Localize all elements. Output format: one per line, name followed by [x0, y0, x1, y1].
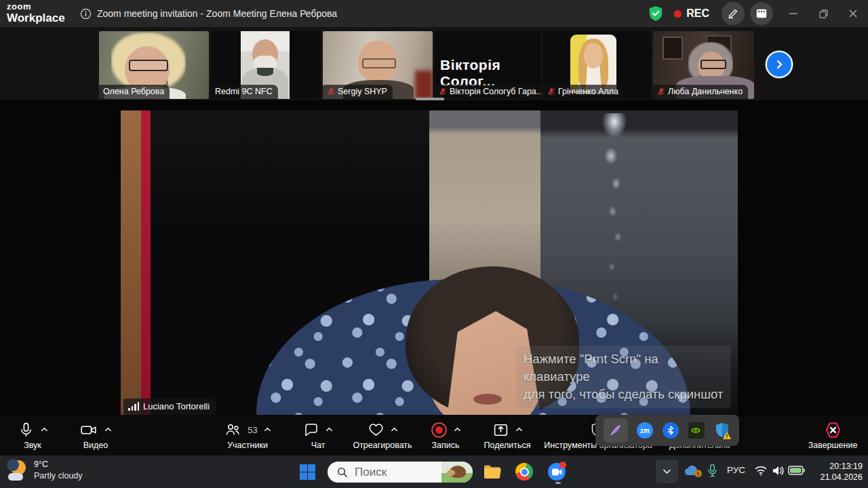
feather-pen-icon	[608, 423, 623, 438]
participants-options-chevron[interactable]	[264, 427, 271, 432]
end-meeting-button[interactable]: Завершение	[802, 415, 864, 455]
video-button[interactable]: Видео	[66, 415, 125, 455]
participant-tile[interactable]: Redmi 9C NFC	[211, 31, 321, 99]
chevron-right-icon	[774, 59, 785, 70]
battery-icon	[788, 466, 805, 475]
window-titlebar: zoom Workplace Zoom meeting invitation -…	[0, 0, 868, 27]
partly-cloudy-night-icon	[7, 459, 28, 482]
wifi-tray-button[interactable]	[754, 466, 768, 476]
chrome-button[interactable]	[514, 462, 534, 482]
meeting-toolbar: Звук Видео 53 Участники	[0, 415, 868, 455]
recording-indicator: REC	[674, 7, 709, 20]
info-icon[interactable]	[80, 8, 92, 20]
security-shield-icon[interactable]	[648, 5, 663, 22]
close-button[interactable]	[838, 0, 868, 27]
muted-mic-icon	[327, 87, 335, 96]
participant-name-badge: Вікторія Сологуб Гара...	[435, 85, 541, 99]
participant-tile[interactable]: Грінченко Алла	[543, 31, 651, 99]
tray-item-defender[interactable]	[713, 422, 731, 439]
participant-filmstrip: Олена Реброва Redmi 9C NFC Sergiy SHYP В…	[0, 27, 868, 100]
microphone-tray-icon	[707, 464, 718, 478]
search-icon	[337, 467, 348, 478]
record-options-chevron[interactable]	[454, 427, 461, 432]
record-button[interactable]: Запись	[416, 415, 475, 455]
audio-options-chevron[interactable]	[41, 427, 48, 432]
video-options-chevron[interactable]	[104, 427, 112, 432]
zoom-app-button[interactable]	[547, 462, 567, 482]
annotate-button[interactable]	[722, 2, 745, 25]
react-options-chevron[interactable]	[391, 427, 398, 432]
tray-overflow-button[interactable]	[656, 460, 678, 483]
onedrive-cloud-icon: !	[684, 464, 700, 476]
logo-workplace-text: Workplace	[7, 12, 65, 24]
share-button[interactable]: Поделиться	[476, 415, 538, 455]
search-input[interactable]	[353, 465, 431, 480]
main-stage: Luciano Tortorelli Нажмите "Prnt Scrn" н…	[0, 100, 868, 415]
active-speaker-name: Luciano Tortorelli	[143, 401, 210, 411]
bluetooth-icon	[663, 422, 679, 439]
participant-name: Грінченко Алла	[558, 87, 618, 96]
next-page-button[interactable]	[767, 52, 791, 77]
chat-options-chevron[interactable]	[326, 427, 333, 432]
windows-taskbar: 9°C Partly cloudy	[0, 455, 868, 488]
folder-icon	[483, 464, 501, 480]
start-button[interactable]	[297, 462, 317, 482]
participant-name: Люба Данильченко	[668, 87, 743, 96]
taskbar-clock[interactable]: 20:13:19 21.04.2026	[820, 461, 863, 483]
muted-mic-icon	[439, 87, 447, 96]
battery-tray-button[interactable]	[788, 466, 805, 475]
share-options-chevron[interactable]	[515, 427, 523, 432]
active-speaker-video[interactable]: Luciano Tortorelli Нажмите "Prnt Scrn" н…	[121, 110, 738, 415]
record-icon	[431, 422, 448, 439]
participant-tile[interactable]: Олена Реброва	[99, 31, 209, 99]
screen-caption: Нажмите "Prnt Scrn" на клавиатуре для то…	[517, 346, 731, 408]
restore-button[interactable]	[808, 0, 838, 27]
share-screen-icon	[492, 422, 509, 439]
mic-in-use-indicator[interactable]	[707, 464, 718, 478]
running-indicator	[555, 482, 561, 484]
participant-name: Redmi 9C NFC	[215, 87, 273, 96]
muted-mic-icon	[547, 87, 555, 96]
search-highlight-image	[441, 462, 473, 483]
participant-tile[interactable]: Вікторія Солог... Вікторія Сологуб Гара.…	[435, 31, 541, 99]
clock-date: 21.04.2026	[820, 472, 863, 483]
participants-button[interactable]: 53 Участники	[210, 415, 285, 455]
onedrive-tray-button[interactable]: !	[684, 464, 700, 476]
taskbar-search[interactable]	[328, 462, 473, 483]
chrome-icon	[515, 463, 533, 481]
wifi-icon	[754, 466, 768, 476]
chevron-down-icon	[663, 468, 671, 474]
participant-name: Вікторія Сологуб Гара...	[450, 87, 541, 96]
language-indicator[interactable]: РУС	[727, 465, 745, 475]
tray-overflow-flyout: zm	[595, 415, 739, 446]
tray-item-nvidia[interactable]	[688, 422, 705, 439]
defender-shield-icon	[715, 422, 730, 439]
weather-condition: Partly cloudy	[34, 470, 83, 482]
zoom-workplace-logo: zoom Workplace	[7, 2, 65, 24]
participant-tile[interactable]: Sergiy SHYP	[323, 31, 433, 99]
weather-temperature: 9°C	[34, 459, 83, 470]
apps-button[interactable]	[750, 2, 773, 25]
file-explorer-button[interactable]	[481, 462, 502, 482]
participant-name: Sergiy SHYP	[338, 87, 387, 96]
window-title: Zoom meeting invitation - Zoom Meeting Е…	[97, 8, 337, 19]
audio-button[interactable]: Звук	[5, 415, 60, 455]
camera-icon	[80, 422, 98, 439]
nvidia-icon	[688, 422, 705, 439]
participant-tile[interactable]: Люба Данильченко	[653, 31, 754, 99]
weather-widget[interactable]: 9°C Partly cloudy	[7, 459, 83, 482]
chat-button[interactable]: Чат	[290, 415, 346, 455]
volume-tray-button[interactable]	[772, 465, 785, 476]
caption-line-2: для того, чтобы сделать скриншот	[524, 386, 724, 403]
tray-item-zoom[interactable]: zm	[636, 422, 654, 439]
end-hexagon-icon	[824, 422, 842, 439]
microphone-icon	[18, 422, 35, 439]
react-button[interactable]: Отреагировать	[350, 415, 415, 455]
participant-name: Олена Реброва	[103, 87, 164, 96]
zoom-tray-icon: zm	[637, 422, 653, 439]
tray-item-bluetooth[interactable]	[662, 422, 679, 439]
minimize-button[interactable]	[778, 0, 808, 27]
muted-mic-icon	[657, 87, 665, 96]
tray-item-pen[interactable]	[604, 418, 628, 443]
logo-zoom-text: zoom	[7, 2, 65, 11]
